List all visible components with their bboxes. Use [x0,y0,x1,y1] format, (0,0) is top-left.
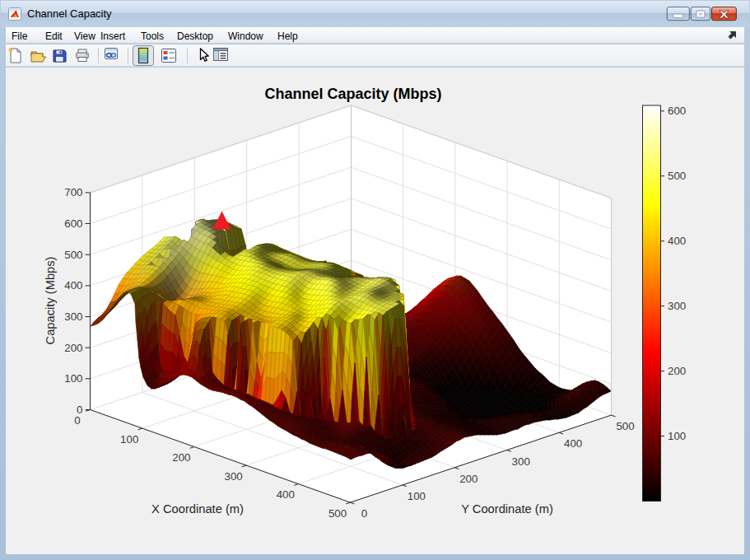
svg-text:200: 200 [668,365,686,377]
svg-text:100: 100 [120,433,138,446]
svg-text:400: 400 [564,437,582,450]
svg-text:100: 100 [408,490,426,502]
svg-text:200: 200 [64,342,82,354]
svg-text:Capacity (Mbps): Capacity (Mbps) [44,257,57,345]
svg-text:100: 100 [64,372,82,385]
svg-text:0: 0 [74,414,80,427]
svg-text:Channel Capacity (Mbps): Channel Capacity (Mbps) [264,86,441,102]
svg-text:300: 300 [668,300,686,312]
svg-text:X Coordinate (m): X Coordinate (m) [151,502,244,516]
svg-text:100: 100 [668,430,686,442]
svg-text:Y Coordinate (m): Y Coordinate (m) [461,502,553,516]
svg-text:500: 500 [668,170,686,182]
svg-text:200: 200 [459,473,477,485]
svg-text:400: 400 [64,279,82,292]
svg-text:200: 200 [172,451,190,464]
svg-text:500: 500 [328,507,347,520]
svg-text:600: 600 [64,217,82,230]
svg-text:400: 400 [668,235,686,247]
svg-text:400: 400 [277,488,295,501]
svg-text:600: 600 [668,105,686,117]
svg-text:500: 500 [64,249,82,261]
svg-text:300: 300 [512,455,530,468]
svg-text:500: 500 [616,420,634,432]
svg-text:0: 0 [361,507,367,520]
svg-text:300: 300 [225,470,243,483]
svg-text:700: 700 [64,186,82,198]
svg-text:300: 300 [64,310,82,323]
